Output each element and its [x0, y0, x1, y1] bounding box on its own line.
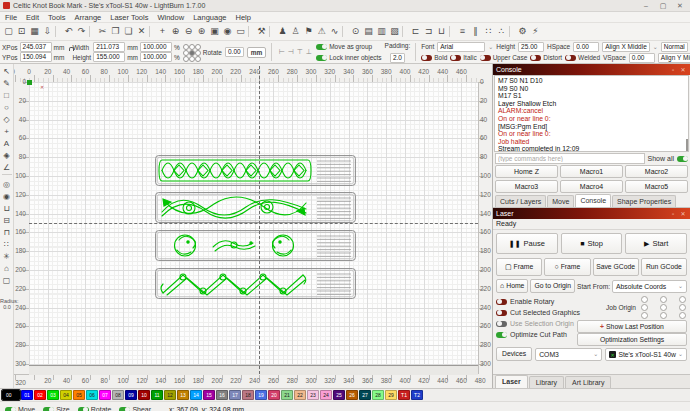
units-button[interactable]: mm [247, 47, 267, 58]
nudge-icon[interactable]: ∷ [482, 25, 495, 38]
macro-button[interactable]: Macro1 [560, 165, 623, 178]
console-command-input[interactable] [495, 153, 645, 164]
start-from-select[interactable]: Absolute Coords⌄ [612, 280, 687, 293]
grid-array-tool-icon[interactable]: ∷ [1, 239, 13, 251]
shear-toggle[interactable] [119, 407, 130, 411]
dock-tab[interactable]: Library [529, 376, 564, 388]
separator[interactable] [55, 26, 61, 37]
delete-icon[interactable]: ✕ [135, 25, 148, 38]
start-button[interactable]: ▶Start [625, 233, 687, 254]
frame-rect-button[interactable]: ▢Frame [496, 258, 542, 276]
save-gcode-button[interactable]: Save GCode [593, 258, 639, 276]
menu-item[interactable]: Help [236, 13, 251, 22]
distribute-top-icon[interactable]: ⊤ [295, 48, 304, 56]
separator[interactable] [89, 26, 95, 37]
boolean-union-tool-icon[interactable]: ⊔ [1, 203, 13, 215]
separator[interactable] [449, 26, 455, 37]
dock-left-icon[interactable]: ⊏ [409, 25, 422, 38]
distribute-right-icon[interactable]: ⊣ [286, 48, 295, 56]
palette-swatch[interactable]: 16 [216, 390, 228, 400]
palette-swatch[interactable]: 02 [34, 390, 46, 400]
pentagon-shape-tool-icon[interactable]: ⌂ [1, 263, 13, 275]
console-output[interactable]: M7 S0 N1 D10M9 S0 N0M17 S1Layer Shallow … [494, 75, 689, 152]
palette-swatch[interactable]: 20 [268, 390, 280, 400]
cut-selected-graphics-toggle[interactable] [496, 310, 507, 316]
open-file-icon[interactable]: ⊡ [15, 25, 28, 38]
palette-swatch[interactable]: 08 [112, 390, 124, 400]
import-icon[interactable]: ⇩ [41, 25, 54, 38]
dock-bottom-icon[interactable]: ⊔ [435, 25, 448, 38]
height-field[interactable]: 155.000 [93, 52, 125, 62]
optimize-cut-path-toggle[interactable] [496, 332, 507, 338]
separator[interactable] [402, 26, 408, 37]
optimization-settings-button[interactable]: Optimization Settings [577, 333, 687, 346]
accounts-icon[interactable]: ♟ [276, 25, 289, 38]
palette-swatch[interactable]: 26 [346, 390, 358, 400]
offset-shapes-tool-icon[interactable]: ◎ [1, 179, 13, 191]
panel-tab[interactable]: Cuts / Layers [495, 195, 546, 207]
run-gcode-button[interactable]: Run GCode [641, 258, 687, 276]
palette-swatch[interactable]: 10 [138, 390, 150, 400]
new-file-icon[interactable]: ▢ [2, 25, 15, 38]
bookmark-celtic-hounds[interactable] [155, 192, 356, 223]
width-percent-field[interactable]: 100.000 [140, 42, 172, 52]
palette-swatch[interactable]: 06 [86, 390, 98, 400]
xpos-field[interactable]: 245.037 [20, 42, 52, 52]
show-last-position-button[interactable]: +Show Last Position [577, 320, 687, 333]
move-as-group-toggle[interactable] [316, 44, 327, 50]
bold-toggle[interactable] [421, 55, 432, 61]
show-all-toggle[interactable] [677, 156, 688, 162]
menu-item[interactable]: Tools [48, 13, 66, 22]
macro-button[interactable]: Macro3 [495, 180, 558, 193]
undo-icon[interactable]: ↶ [62, 25, 75, 38]
close-panel-icon[interactable]: ✕ [679, 210, 687, 217]
frame-selection-icon[interactable]: ▣ [208, 25, 221, 38]
palette-swatch[interactable]: 07 [99, 390, 111, 400]
palette-swatch[interactable]: 09 [125, 390, 137, 400]
distribute-bottom-icon[interactable]: ⊥ [304, 48, 313, 56]
palette-swatch[interactable]: 14 [190, 390, 202, 400]
preview-icon[interactable]: ▭ [234, 25, 247, 38]
menu-item[interactable]: File [5, 13, 17, 22]
camera-icon[interactable]: ◉ [221, 25, 234, 38]
boolean-subtract-tool-icon[interactable]: ⊟ [1, 215, 13, 227]
port-select[interactable]: COM3⌄ [535, 348, 602, 361]
job-origin-selector[interactable] [641, 296, 685, 319]
device-settings-icon[interactable]: ⚒ [255, 25, 268, 38]
device-select[interactable]: Ste's xTool-S1 40w⌄ [605, 348, 687, 361]
align-x-select[interactable]: Align X Middle [602, 42, 650, 52]
bookmark-celtic-roundels[interactable] [155, 230, 356, 261]
weld-tool-icon[interactable]: ◉ [1, 191, 13, 203]
signal-icon[interactable]: ∿ [328, 25, 341, 38]
pin-panel-icon[interactable]: ▫ [669, 67, 677, 73]
origin-selector[interactable] [183, 44, 200, 61]
align-y-select[interactable]: Align Y Middle [658, 53, 690, 63]
enable-rotary-toggle[interactable] [496, 299, 507, 305]
polygon-tool-icon[interactable]: ◇ [1, 114, 13, 126]
devices-button[interactable]: Devices [496, 347, 532, 361]
paste-icon[interactable]: ❏ [122, 25, 135, 38]
palette-swatch[interactable]: 25 [333, 390, 345, 400]
separator[interactable] [342, 26, 348, 37]
distort-toggle[interactable] [530, 55, 541, 61]
zoom-frame-icon[interactable]: ⊛ [195, 25, 208, 38]
palette-swatch[interactable]: 01 [21, 390, 33, 400]
bookmark-celtic-zigzag-hounds[interactable] [155, 268, 356, 299]
lock-inner-objects-toggle[interactable] [316, 55, 327, 61]
ellipse-tool-icon[interactable]: ○ [1, 102, 13, 114]
welded-toggle[interactable] [565, 55, 576, 61]
canvas-area[interactable]: ↖✎□○◇+A◈∠◎◉⊔⊟⊓∷✳⌂▢ Radius: 0.0 [0, 64, 492, 388]
size-toggle[interactable] [43, 407, 54, 411]
palette-swatch[interactable]: T1 [398, 390, 410, 400]
palette-swatch[interactable]: 29 [385, 390, 397, 400]
draw-lines-tool-icon[interactable]: ✎ [1, 78, 13, 90]
distribute-left-icon[interactable]: ⊢ [277, 48, 286, 56]
macro-button[interactable]: Macro4 [560, 180, 623, 193]
palette-swatch[interactable]: 11 [151, 390, 163, 400]
separator[interactable] [509, 26, 515, 37]
radius-field[interactable]: 0.0 [3, 304, 11, 310]
use-selection-origin-toggle[interactable] [496, 321, 507, 327]
separator[interactable] [269, 26, 275, 37]
bookmark-celtic-braid[interactable] [155, 155, 356, 186]
panel-tab[interactable]: Move [547, 195, 574, 207]
